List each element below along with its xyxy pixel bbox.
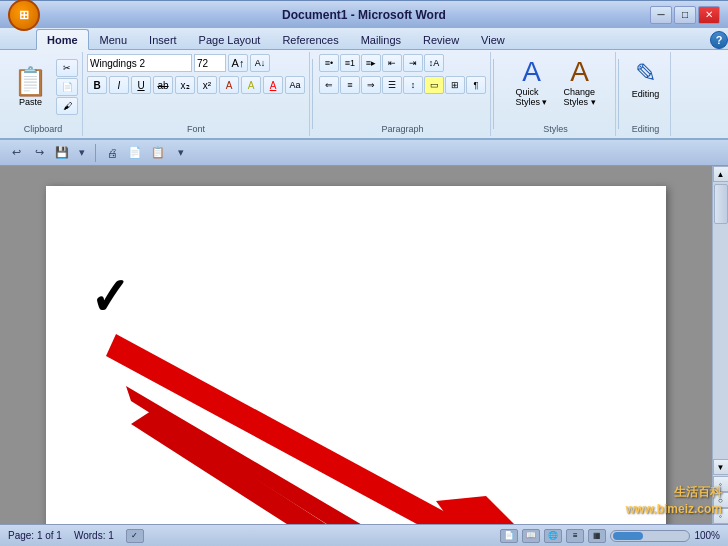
view-outline-button[interactable]: ≡ [566, 529, 584, 543]
underline-button[interactable]: U [131, 76, 151, 94]
qat-extra-button[interactable]: 📋 [148, 143, 168, 163]
align-right-button[interactable]: ⇒ [361, 76, 381, 94]
line-spacing-button[interactable]: ↕ [403, 76, 423, 94]
italic-button[interactable]: I [109, 76, 129, 94]
quick-styles-icon: A [522, 58, 541, 86]
scroll-select-obj[interactable]: ○ [713, 492, 729, 508]
editing-icon: ✎ [635, 58, 657, 89]
tab-page-layout[interactable]: Page Layout [188, 29, 272, 49]
scroll-browse-up[interactable]: ◦ [713, 476, 729, 492]
maximize-button[interactable]: □ [674, 6, 696, 24]
scroll-up-button[interactable]: ▲ [713, 166, 729, 182]
sort-button[interactable]: ↕A [424, 54, 444, 72]
minimize-button[interactable]: ─ [650, 6, 672, 24]
clipboard-label: Clipboard [24, 124, 63, 134]
tab-review[interactable]: Review [412, 29, 470, 49]
zoom-slider[interactable] [610, 530, 690, 542]
cut-button[interactable]: ✂ [56, 59, 78, 77]
svg-marker-4 [436, 496, 521, 524]
document-area[interactable]: ✓ [0, 166, 712, 524]
ribbon-content: 📋 Paste ✂ 📄 🖌 Clipboard A↑ A↓ B I U [0, 50, 728, 140]
quick-access-toolbar: ↩ ↪ 💾 ▾ 🖨 📄 📋 ▾ [0, 140, 728, 166]
qat-undo-button[interactable]: ↩ [6, 143, 26, 163]
align-center-button[interactable]: ≡ [340, 76, 360, 94]
change-styles-label: ChangeStyles ▾ [564, 87, 596, 107]
font-size-input[interactable] [194, 54, 226, 72]
paste-icon: 📋 [13, 68, 48, 96]
bold-button[interactable]: B [87, 76, 107, 94]
scroll-browse-down[interactable]: ◦ [713, 508, 729, 524]
font-format-row: B I U ab x₂ x² A A A Aa [87, 76, 305, 94]
shading-button[interactable]: ▭ [424, 76, 444, 94]
numbered-list-button[interactable]: ≡1 [340, 54, 360, 72]
format-painter-button[interactable]: 🖌 [56, 97, 78, 115]
qat-dropdown-button[interactable]: ▾ [171, 143, 191, 163]
title-bar: ⊞ Document1 - Microsoft Word ─ □ ✕ [0, 0, 728, 28]
font-group: A↑ A↓ B I U ab x₂ x² A A A Aa Font [83, 52, 310, 136]
clear-format-button[interactable]: Aa [285, 76, 305, 94]
tab-home[interactable]: Home [36, 29, 89, 50]
superscript-button[interactable]: x² [197, 76, 217, 94]
qat-print-button[interactable]: 🖨 [102, 143, 122, 163]
strikethrough-button[interactable]: ab [153, 76, 173, 94]
clipboard-group: 📋 Paste ✂ 📄 🖌 Clipboard [4, 52, 83, 136]
help-button[interactable]: ? [710, 31, 728, 49]
copy-button[interactable]: 📄 [56, 78, 78, 96]
tab-mailings[interactable]: Mailings [350, 29, 412, 49]
justify-button[interactable]: ☰ [382, 76, 402, 94]
title-text: Document1 - Microsoft Word [282, 8, 446, 22]
qat-more-button[interactable]: ▾ [75, 143, 89, 163]
office-button[interactable]: ⊞ [8, 0, 40, 31]
qat-save-button[interactable]: 💾 [52, 143, 72, 163]
separator-3 [618, 59, 619, 129]
font-color-button[interactable]: A [263, 76, 283, 94]
zoom-level: 100% [694, 530, 720, 541]
text-highlight-button[interactable]: A [241, 76, 261, 94]
view-web-layout-button[interactable]: 🌐 [544, 529, 562, 543]
language-icon[interactable]: ✓ [126, 529, 144, 543]
qat-doc-button[interactable]: 📄 [125, 143, 145, 163]
increase-indent-button[interactable]: ⇥ [403, 54, 423, 72]
quick-styles-button[interactable]: A QuickStyles ▾ [509, 54, 553, 111]
clipboard-content: 📋 Paste ✂ 📄 🖌 [8, 54, 78, 134]
view-print-button[interactable]: 📄 [500, 529, 518, 543]
paragraph-label: Paragraph [381, 124, 423, 134]
scroll-thumb[interactable] [714, 184, 728, 224]
styles-label: Styles [543, 124, 568, 134]
font-name-row: A↑ A↓ [87, 54, 270, 72]
editing-button[interactable]: ✎ Editing [626, 54, 666, 103]
scroll-down-button[interactable]: ▼ [713, 459, 729, 475]
align-left-button[interactable]: ⇐ [319, 76, 339, 94]
font-name-input[interactable] [87, 54, 192, 72]
styles-content: A QuickStyles ▾ A ChangeStyles ▾ [509, 54, 601, 125]
qat-redo-button[interactable]: ↪ [29, 143, 49, 163]
increase-font-button[interactable]: A↑ [228, 54, 248, 72]
change-styles-button[interactable]: A ChangeStyles ▾ [558, 54, 602, 111]
separator-1 [312, 59, 313, 129]
tab-references[interactable]: References [271, 29, 349, 49]
status-bar: Page: 1 of 1 Words: 1 ✓ 📄 📖 🌐 ≡ ▦ 100% [0, 524, 728, 546]
show-marks-button[interactable]: ¶ [466, 76, 486, 94]
tab-menu[interactable]: Menu [89, 29, 139, 49]
svg-marker-2 [131, 411, 461, 524]
text-effects-button[interactable]: A [219, 76, 239, 94]
close-button[interactable]: ✕ [698, 6, 720, 24]
view-full-reading-button[interactable]: 📖 [522, 529, 540, 543]
para-align-row: ⇐ ≡ ⇒ ☰ ↕ ▭ ⊞ ¶ [319, 76, 486, 94]
tab-view[interactable]: View [470, 29, 516, 49]
red-arrow-overlay [46, 186, 666, 524]
borders-button[interactable]: ⊞ [445, 76, 465, 94]
tab-insert[interactable]: Insert [138, 29, 188, 49]
decrease-font-button[interactable]: A↓ [250, 54, 270, 72]
status-left: Page: 1 of 1 Words: 1 ✓ [8, 529, 144, 543]
separator-2 [493, 59, 494, 129]
decrease-indent-button[interactable]: ⇤ [382, 54, 402, 72]
document-page[interactable]: ✓ [46, 186, 666, 524]
paste-button[interactable]: 📋 Paste [8, 65, 53, 110]
paste-label: Paste [19, 97, 42, 107]
multilevel-list-button[interactable]: ≡▸ [361, 54, 381, 72]
subscript-button[interactable]: x₂ [175, 76, 195, 94]
paragraph-group: ≡• ≡1 ≡▸ ⇤ ⇥ ↕A ⇐ ≡ ⇒ ☰ ↕ ▭ ⊞ ¶ Paragrap… [315, 52, 491, 136]
view-draft-button[interactable]: ▦ [588, 529, 606, 543]
bullet-list-button[interactable]: ≡• [319, 54, 339, 72]
